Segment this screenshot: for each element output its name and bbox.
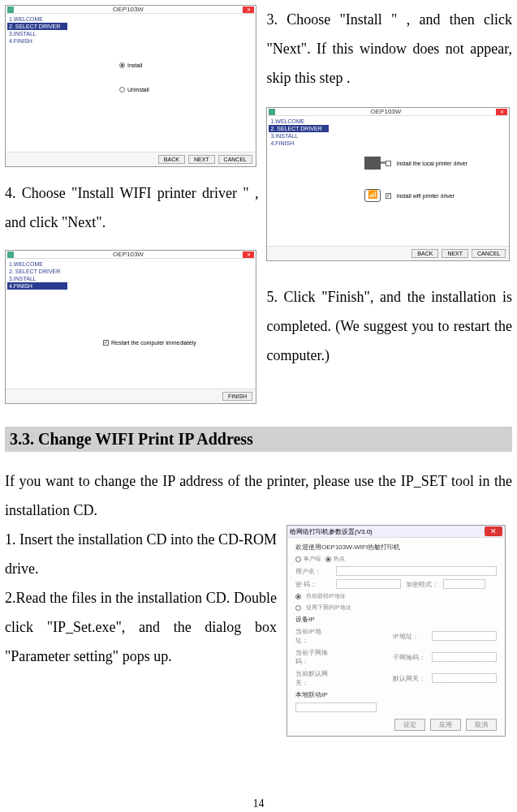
step-3: 3.INSTALL: [9, 30, 67, 37]
step5-text: 5. Click "Finish", and the installation …: [266, 282, 512, 370]
gw-label: 默认网关：: [393, 674, 429, 683]
close-icon[interactable]: ✕: [485, 526, 502, 536]
dialog-title: 给网络打印机参数设置(V3.0): [290, 527, 373, 536]
step-3: 3.INSTALL: [9, 275, 67, 282]
local-ip-label: 本地联动IP: [295, 690, 497, 699]
step3-text: 3. Choose "Install " , and then click "N…: [266, 5, 512, 92]
radio-uninstall-row[interactable]: Uninstall: [119, 87, 149, 92]
step-2: 2. SELECT DRIVER: [269, 125, 329, 132]
radio-auto-ip[interactable]: 自动获得IP地址: [295, 592, 497, 600]
titlebar: OEP103W ✕: [6, 251, 256, 259]
user-input[interactable]: [336, 566, 497, 576]
encrypt-label: 加密模式：: [406, 580, 438, 589]
driver-local-label: Install the local printer driver: [396, 161, 467, 166]
radio-icon[interactable]: [325, 556, 331, 562]
mode-row: 客户端 热点: [295, 555, 497, 563]
ip-label: IP地址：: [393, 632, 429, 641]
radio-client[interactable]: 客户端: [295, 555, 321, 563]
section33-step2: 2.Read the files in the installation CD.…: [5, 583, 277, 671]
window-title: OEP103W: [275, 108, 496, 115]
dialog-titlebar: 给网络打印机参数设置(V3.0) ✕: [287, 526, 505, 538]
cancel-button[interactable]: 取消: [466, 719, 497, 731]
pwd-label: 密 码：: [295, 580, 331, 589]
app-icon: [269, 109, 275, 115]
local-ip-input[interactable]: ...: [295, 702, 377, 712]
cur-gw-label: 当前默认网关：: [295, 669, 331, 687]
step-2: 2. SELECT DRIVER: [7, 23, 67, 30]
step-4: 4.FINISH: [7, 282, 67, 290]
next-button[interactable]: NEXT: [188, 155, 215, 164]
step4-text: 4. Choose "Install WIFI printer driver "…: [5, 178, 258, 237]
driver-wifi-row[interactable]: Install wifi printer driver: [364, 189, 455, 202]
wizard-main: Restart the computer immediately: [71, 259, 256, 389]
installer-window-select-option: OEP103W ✕ 1.WELCOME 2. SELECT DRIVER 3.I…: [5, 5, 256, 167]
wizard-footer: BACK NEXT CANCEL: [6, 152, 256, 166]
section33-step1: 1. Insert the installation CD into the C…: [5, 525, 277, 583]
radio-icon[interactable]: [295, 594, 301, 599]
installer-window-finish: OEP103W ✕ 1.WELCOME 2. SELECT DRIVER 3.I…: [5, 250, 256, 404]
close-icon[interactable]: ✕: [496, 109, 507, 115]
cancel-button[interactable]: CANCEL: [218, 155, 252, 164]
wifi-icon: [364, 189, 381, 202]
titlebar: OEP103W ✕: [267, 108, 509, 116]
radio-uninstall-label: Uninstall: [127, 87, 149, 92]
checkbox-icon[interactable]: [386, 161, 391, 166]
pwd-row: 密 码： 加密模式：: [295, 579, 497, 589]
close-icon[interactable]: ✕: [243, 6, 254, 13]
restart-checkbox-row[interactable]: Restart the computer immediately: [103, 340, 196, 346]
step-2: 2. SELECT DRIVER: [9, 268, 67, 275]
radio-install-row[interactable]: Install: [119, 62, 142, 68]
section33-intro: If you want to change the IP address of …: [5, 466, 512, 525]
cancel-button[interactable]: CANCEL: [472, 249, 506, 258]
window-title: OEP103W: [14, 251, 243, 258]
mask-input[interactable]: ...: [432, 652, 497, 662]
radio-icon[interactable]: [119, 87, 125, 92]
cur-ip-label: 当前IP地址：: [295, 627, 331, 645]
encrypt-select[interactable]: [443, 579, 485, 589]
ip-set-dialog: 给网络打印机参数设置(V3.0) ✕ 欢迎使用OEP103W-WIFI热敏打印机…: [287, 525, 506, 737]
checkbox-icon[interactable]: [103, 340, 109, 346]
driver-wifi-label: Install wifi printer driver: [396, 193, 455, 199]
back-button[interactable]: BACK: [158, 155, 185, 164]
set-button[interactable]: 设定: [394, 719, 425, 731]
setip-label: 设备IP: [295, 615, 497, 624]
step-1: 1.WELCOME: [270, 118, 329, 125]
wizard-steps-sidebar: 1.WELCOME 2. SELECT DRIVER 3.INSTALL 4.F…: [6, 14, 71, 152]
gw-input[interactable]: ...: [432, 673, 497, 683]
radio-install-label: Install: [127, 62, 142, 68]
step-4: 4.FINISH: [9, 37, 67, 45]
app-icon: [7, 6, 14, 13]
section-heading-3-3: 3.3. Change WIFI Print IP Address: [5, 427, 512, 452]
step-4: 4.FINISH: [270, 140, 329, 147]
radio-icon[interactable]: [119, 62, 125, 68]
next-button[interactable]: NEXT: [442, 249, 468, 258]
checkbox-icon[interactable]: [386, 193, 391, 199]
step-3: 3.INSTALL: [270, 132, 329, 140]
user-label: 用户名：: [295, 567, 331, 576]
radio-icon[interactable]: [295, 605, 301, 611]
ip-input[interactable]: ...: [432, 631, 497, 641]
restart-label: Restart the computer immediately: [111, 340, 196, 346]
radio-manual-ip[interactable]: 使用下面的IP地址: [295, 604, 497, 612]
radio-icon[interactable]: [295, 556, 301, 562]
wizard-main: Install Uninstall: [71, 14, 256, 152]
finish-button[interactable]: FINISH: [222, 392, 252, 401]
welcome-text: 欢迎使用OEP103W-WIFI热敏打印机: [295, 543, 497, 552]
usb-icon: [364, 157, 381, 170]
cur-mask-label: 当前子网掩码：: [295, 648, 331, 666]
step-1: 1.WELCOME: [9, 15, 67, 23]
wizard-main: Install the local printer driver Install…: [332, 116, 509, 246]
user-row: 用户名：: [295, 566, 497, 576]
app-icon: [7, 251, 14, 258]
close-icon[interactable]: ✕: [243, 251, 254, 258]
back-button[interactable]: BACK: [411, 249, 438, 258]
mask-label: 子网掩码：: [393, 653, 429, 662]
step-1: 1.WELCOME: [9, 260, 67, 268]
wizard-steps-sidebar: 1.WELCOME 2. SELECT DRIVER 3.INSTALL 4.F…: [6, 259, 71, 389]
apply-button[interactable]: 应用: [430, 719, 461, 731]
wizard-steps-sidebar: 1.WELCOME 2. SELECT DRIVER 3.INSTALL 4.F…: [267, 116, 332, 246]
wizard-footer: FINISH: [6, 389, 256, 403]
radio-ap[interactable]: 热点: [325, 555, 345, 563]
pwd-input[interactable]: [336, 579, 401, 589]
driver-local-row[interactable]: Install the local printer driver: [364, 157, 467, 170]
